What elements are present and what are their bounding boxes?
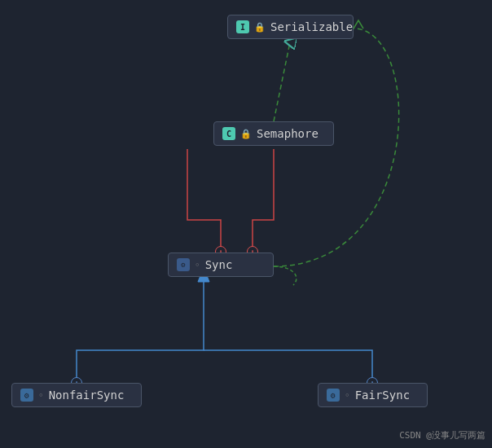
- sync-inner-indicator: [274, 266, 297, 285]
- semaphore-label: Semaphore: [257, 127, 318, 140]
- serializable-type-icon: I: [236, 20, 249, 33]
- node-semaphore[interactable]: C 🔒 Semaphore: [213, 121, 334, 146]
- serializable-lock-icon: 🔒: [254, 22, 266, 33]
- semaphore-type-icon: C: [222, 127, 235, 140]
- node-serializable[interactable]: I 🔒 Serializable: [227, 15, 354, 39]
- nonfairsync-label: NonfairSync: [49, 389, 125, 402]
- semaphore-to-sync-left: [187, 149, 221, 253]
- serializable-label: Serializable: [270, 20, 353, 33]
- semaphore-to-serializable-arrow: [274, 42, 290, 121]
- semaphore-to-sync-right: [253, 149, 274, 253]
- nonfairsync-circle-icon: ◦: [38, 390, 44, 401]
- fairsync-to-sync: [204, 350, 372, 383]
- sync-type-icon: ⚙: [177, 258, 190, 271]
- class-diagram-canvas: + + + + I 🔒 Serializable C 🔒 Semaphore ⚙…: [0, 0, 492, 448]
- nonfairsync-type-icon: ⚙: [20, 389, 33, 402]
- node-nonfairsync[interactable]: ⚙ ◦ NonfairSync: [11, 383, 142, 407]
- fairsync-label: FairSync: [355, 389, 410, 402]
- watermark: CSDN @没事儿写两篇: [399, 429, 485, 441]
- node-sync[interactable]: ⚙ ◦ Sync: [168, 253, 274, 277]
- fairsync-circle-icon: ◦: [345, 390, 350, 401]
- sync-serializable-arrowhead: [354, 20, 363, 29]
- semaphore-lock-icon: 🔒: [240, 129, 252, 139]
- node-fairsync[interactable]: ⚙ ◦ FairSync: [318, 383, 428, 407]
- sync-label: Sync: [205, 258, 233, 271]
- fairsync-type-icon: ⚙: [327, 389, 340, 402]
- nonfairsync-to-sync: [77, 280, 204, 383]
- sync-to-serializable-arrow: [274, 29, 399, 266]
- sync-circle-icon: ◦: [195, 260, 200, 270]
